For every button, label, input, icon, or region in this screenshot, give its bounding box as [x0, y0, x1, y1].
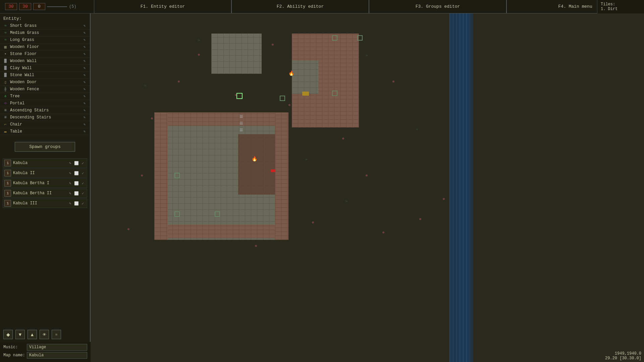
entity-edit-wooden-fence[interactable]: ✎	[82, 87, 87, 92]
left-panel: Entity: ≈ Short Grass ✎ ≈ Medium Grass ✎…	[0, 0, 91, 362]
spawn-edit-icon-4[interactable]: ✎	[67, 201, 73, 206]
entity-edit-wooden-floor[interactable]: ✎	[82, 44, 87, 50]
spawn-icons-4: ✎ ⬜ ✓	[67, 201, 86, 206]
spawn-copy-icon-0[interactable]: ⬜	[74, 160, 79, 166]
entity-item-wooden-floor[interactable]: ▦ Wooden Floor ✎	[0, 44, 90, 51]
entity-item-stone-wall[interactable]: █ Stone Wall ✎	[0, 72, 90, 79]
entity-item-descending-stairs[interactable]: ≡ Descending Stairs ✎	[0, 114, 90, 121]
music-input[interactable]	[27, 344, 87, 351]
spawn-num-1: 1	[4, 170, 11, 176]
map-building-main-bottom	[154, 225, 288, 238]
spawn-edit-icon-1[interactable]: ✎	[67, 170, 73, 176]
tool-diamond[interactable]: ◆	[3, 330, 13, 339]
spawn-check-icon-3[interactable]: ✓	[80, 191, 86, 196]
entity-edit-wooden-door[interactable]: ✎	[82, 80, 87, 85]
map-dot	[255, 245, 257, 247]
entity-item-wooden-wall[interactable]: █ Wooden Wall ✎	[0, 58, 90, 65]
spawn-copy-icon-4[interactable]: ⬜	[74, 201, 79, 206]
map-dot	[342, 138, 344, 140]
spawn-name-0: Kabula	[13, 161, 67, 165]
spawn-name-2: Kabula Bertha I	[13, 181, 67, 186]
tool-slash[interactable]: ⌗	[52, 330, 61, 339]
entity-item-wooden-fence[interactable]: ╫ Wooden Fence ✎	[0, 86, 90, 93]
spawn-copy-icon-3[interactable]: ⬜	[74, 191, 79, 196]
coord-line1: 1949,1940.0	[605, 351, 641, 356]
spawn-item-2[interactable]: 1 Kabula Bertha I ✎ ⬜ ✓	[3, 178, 87, 188]
spawn-name-3: Kabula Bertha II	[13, 191, 67, 196]
spawn-item-1[interactable]: 1 Kabula II ✎ ⬜ ✓	[3, 168, 87, 178]
spawn-check-icon-1[interactable]: ✓	[80, 170, 86, 176]
menu-groups-editor[interactable]: F3. Groups editor	[369, 0, 506, 13]
entity-edit-table[interactable]: ✎	[82, 129, 87, 134]
map-dot	[419, 218, 421, 220]
spawn-check-icon-4[interactable]: ✓	[80, 201, 86, 206]
entity-icon-table: ▬	[3, 129, 8, 134]
spawn-copy-icon-1[interactable]: ⬜	[74, 170, 79, 176]
spawn-copy-icon-2[interactable]: ⬜	[74, 180, 79, 186]
spawn-icons-0: ✎ ⬜ ✓	[67, 160, 86, 166]
stat-hp: 30	[5, 3, 17, 10]
spawn-item-3[interactable]: 1 Kabula Bertha II ✎ ⬜ ✓	[3, 189, 87, 198]
entity-item-stone-floor[interactable]: ▪ Stone Floor ✎	[0, 51, 90, 58]
map-building-stone2	[292, 60, 319, 94]
entity-edit-short-grass[interactable]: ✎	[82, 23, 87, 29]
map-dot	[288, 104, 290, 106]
tiles-info: Tiles: 1. Dirt	[597, 0, 644, 13]
entity-edit-portal[interactable]: ✎	[82, 101, 87, 106]
map-dot	[198, 54, 200, 56]
spawn-groups-button[interactable]: Spawn groups	[15, 142, 75, 152]
map-fence-cross3	[332, 91, 337, 96]
map-dot	[312, 221, 314, 223]
entity-item-wooden-door[interactable]: ▯ Wooden Door ✎	[0, 79, 90, 86]
entity-edit-stone-wall[interactable]: ✎	[82, 72, 87, 78]
entity-name-wooden-wall: Wooden Wall	[10, 59, 82, 63]
entity-edit-stone-floor[interactable]: ✎	[82, 51, 87, 57]
entity-edit-tree[interactable]: ✎	[82, 94, 87, 99]
spawn-check-icon-2[interactable]: ✓	[80, 180, 86, 186]
spawn-item-0[interactable]: 1 Kabula ✎ ⬜ ✓	[3, 158, 87, 168]
spawn-edit-icon-0[interactable]: ✎	[67, 160, 73, 166]
entity-edit-clay-wall[interactable]: ✎	[82, 65, 87, 71]
entity-icon-tree: ♣	[3, 94, 8, 99]
tool-down-arrow[interactable]: ▼	[15, 330, 25, 339]
entity-item-long-grass[interactable]: ≈ Long Grass ✎	[0, 37, 90, 44]
entity-edit-ascending-stairs[interactable]: ✎	[82, 108, 87, 113]
tiles-value: 1. Dirt	[601, 7, 641, 11]
entity-item-chair[interactable]: ⌐ Chair ✎	[0, 121, 90, 128]
spawn-edit-icon-3[interactable]: ✎	[67, 191, 73, 196]
entity-icon-short-grass: ≈	[3, 23, 8, 29]
map-dot	[443, 198, 445, 200]
spawn-check-icon-0[interactable]: ✓	[80, 160, 86, 166]
entity-item-portal[interactable]: ○ Portal ✎	[0, 100, 90, 107]
tool-up-arrow[interactable]: ▲	[28, 330, 37, 339]
map-canvas: 🔥 🔥 ≈ ≈ ≈ ≈ ≈ ≈ ≡ ≡ ≡ 1949,1940.0 29.20 …	[91, 13, 644, 362]
entity-item-table[interactable]: ▬ Table ✎	[0, 128, 90, 135]
entity-item-medium-grass[interactable]: ≈ Medium Grass ✎	[0, 30, 90, 37]
entity-item-short-grass[interactable]: ≈ Short Grass ✎	[0, 22, 90, 30]
entity-item-ascending-stairs[interactable]: ≡ Ascending Stairs ✎	[0, 107, 90, 114]
map-name-input[interactable]	[27, 352, 87, 359]
map-area[interactable]: 🔥 🔥 ≈ ≈ ≈ ≈ ≈ ≈ ≡ ≡ ≡ 1949,1940.0 29.20 …	[91, 13, 644, 362]
menu-entity-editor[interactable]: F1. Entity editor	[94, 0, 231, 13]
stat-mp: 30	[19, 3, 31, 10]
bottom-toolbar: ◆ ▼ ▲ 👁 ⌗	[0, 327, 91, 342]
map-dot	[178, 81, 180, 83]
spawn-icons-1: ✎ ⬜ ✓	[67, 170, 86, 176]
entity-edit-long-grass[interactable]: ✎	[82, 37, 87, 43]
entity-edit-chair[interactable]: ✎	[82, 122, 87, 127]
map-dot	[366, 174, 368, 176]
entity-item-tree[interactable]: ♣ Tree ✎	[0, 93, 90, 100]
entity-item-clay-wall[interactable]: █ Clay Wall ✎	[0, 65, 90, 72]
menu-ability-editor[interactable]: F2. Ability editor	[231, 0, 369, 13]
entity-icon-portal: ○	[3, 101, 8, 106]
entity-edit-medium-grass[interactable]: ✎	[82, 30, 87, 36]
spawn-item-4[interactable]: 1 Kabula III ✎ ⬜ ✓	[3, 199, 87, 208]
spawn-edit-icon-2[interactable]: ✎	[67, 180, 73, 186]
spawn-num-0: 1	[4, 160, 11, 166]
entity-edit-wooden-wall[interactable]: ✎	[82, 58, 87, 64]
tool-eye[interactable]: 👁	[40, 330, 49, 339]
entity-name-clay-wall: Clay Wall	[10, 66, 82, 70]
entity-icon-clay-wall: █	[3, 65, 8, 71]
entity-edit-descending-stairs[interactable]: ✎	[82, 115, 87, 120]
entity-name-wooden-fence: Wooden Fence	[10, 87, 82, 92]
